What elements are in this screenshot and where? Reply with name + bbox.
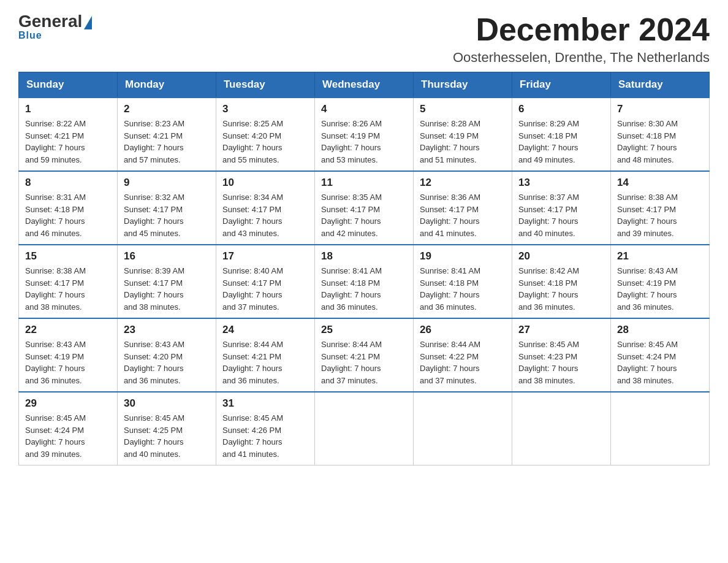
day-number: 2 (124, 103, 210, 115)
day-info: Sunrise: 8:41 AM Sunset: 4:18 PM Dayligh… (420, 265, 506, 313)
weekday-header-wednesday: Wednesday (315, 72, 414, 98)
calendar-cell: 25 Sunrise: 8:44 AM Sunset: 4:21 PM Dayl… (315, 318, 414, 392)
calendar-cell: 29 Sunrise: 8:45 AM Sunset: 4:24 PM Dayl… (19, 392, 118, 465)
day-info: Sunrise: 8:45 AM Sunset: 4:24 PM Dayligh… (25, 412, 111, 460)
day-number: 13 (518, 177, 604, 189)
day-info: Sunrise: 8:43 AM Sunset: 4:19 PM Dayligh… (25, 339, 111, 386)
day-info: Sunrise: 8:29 AM Sunset: 4:18 PM Dayligh… (518, 118, 604, 166)
calendar-cell: 10 Sunrise: 8:34 AM Sunset: 4:17 PM Dayl… (216, 171, 315, 245)
calendar-cell: 8 Sunrise: 8:31 AM Sunset: 4:18 PM Dayli… (19, 171, 118, 245)
weekday-header-thursday: Thursday (414, 72, 512, 98)
calendar-cell: 15 Sunrise: 8:38 AM Sunset: 4:17 PM Dayl… (19, 245, 118, 318)
calendar-cell: 17 Sunrise: 8:40 AM Sunset: 4:17 PM Dayl… (216, 245, 315, 318)
day-info: Sunrise: 8:44 AM Sunset: 4:22 PM Dayligh… (420, 339, 506, 386)
day-number: 20 (518, 250, 604, 262)
day-number: 25 (321, 324, 407, 336)
day-number: 11 (321, 177, 407, 189)
day-info: Sunrise: 8:30 AM Sunset: 4:18 PM Dayligh… (617, 118, 703, 166)
calendar-week-row: 15 Sunrise: 8:38 AM Sunset: 4:17 PM Dayl… (19, 245, 710, 318)
calendar-week-row: 29 Sunrise: 8:45 AM Sunset: 4:24 PM Dayl… (19, 392, 710, 465)
calendar-cell: 6 Sunrise: 8:29 AM Sunset: 4:18 PM Dayli… (512, 98, 611, 171)
logo-blue-text: Blue (18, 30, 42, 41)
calendar-cell: 4 Sunrise: 8:26 AM Sunset: 4:19 PM Dayli… (315, 98, 414, 171)
page: General Blue December 2024 Oosterhessele… (0, 0, 728, 478)
day-info: Sunrise: 8:45 AM Sunset: 4:24 PM Dayligh… (617, 339, 703, 386)
day-number: 6 (518, 103, 604, 115)
day-number: 28 (617, 324, 703, 336)
calendar-cell: 24 Sunrise: 8:44 AM Sunset: 4:21 PM Dayl… (216, 318, 315, 392)
calendar-week-row: 22 Sunrise: 8:43 AM Sunset: 4:19 PM Dayl… (19, 318, 710, 392)
day-number: 29 (25, 397, 111, 410)
day-number: 4 (321, 103, 407, 115)
day-number: 21 (617, 250, 703, 262)
day-info: Sunrise: 8:22 AM Sunset: 4:21 PM Dayligh… (25, 118, 111, 166)
day-info: Sunrise: 8:34 AM Sunset: 4:17 PM Dayligh… (222, 191, 308, 239)
day-info: Sunrise: 8:35 AM Sunset: 4:17 PM Dayligh… (321, 191, 407, 239)
month-year-title: December 2024 (453, 12, 710, 47)
day-number: 19 (420, 250, 506, 262)
day-info: Sunrise: 8:26 AM Sunset: 4:19 PM Dayligh… (321, 118, 407, 166)
day-info: Sunrise: 8:32 AM Sunset: 4:17 PM Dayligh… (124, 191, 210, 239)
day-info: Sunrise: 8:45 AM Sunset: 4:26 PM Dayligh… (222, 412, 308, 460)
weekday-header-tuesday: Tuesday (216, 72, 315, 98)
day-info: Sunrise: 8:43 AM Sunset: 4:19 PM Dayligh… (617, 265, 703, 313)
day-info: Sunrise: 8:40 AM Sunset: 4:17 PM Dayligh… (222, 265, 308, 313)
calendar-cell: 19 Sunrise: 8:41 AM Sunset: 4:18 PM Dayl… (414, 245, 512, 318)
day-number: 12 (420, 177, 506, 189)
calendar-cell: 7 Sunrise: 8:30 AM Sunset: 4:18 PM Dayli… (611, 98, 710, 171)
weekday-header-sunday: Sunday (19, 72, 118, 98)
day-number: 30 (124, 397, 210, 410)
day-info: Sunrise: 8:44 AM Sunset: 4:21 PM Dayligh… (222, 339, 308, 386)
day-info: Sunrise: 8:45 AM Sunset: 4:25 PM Dayligh… (124, 412, 210, 460)
day-number: 17 (222, 250, 308, 262)
day-number: 1 (25, 103, 111, 115)
day-info: Sunrise: 8:28 AM Sunset: 4:19 PM Dayligh… (420, 118, 506, 166)
day-info: Sunrise: 8:39 AM Sunset: 4:17 PM Dayligh… (124, 265, 210, 313)
day-number: 10 (222, 177, 308, 189)
calendar-cell: 14 Sunrise: 8:38 AM Sunset: 4:17 PM Dayl… (611, 171, 710, 245)
calendar-cell: 23 Sunrise: 8:43 AM Sunset: 4:20 PM Dayl… (118, 318, 216, 392)
weekday-header-friday: Friday (512, 72, 611, 98)
calendar-cell: 2 Sunrise: 8:23 AM Sunset: 4:21 PM Dayli… (118, 98, 216, 171)
day-info: Sunrise: 8:44 AM Sunset: 4:21 PM Dayligh… (321, 339, 407, 386)
day-info: Sunrise: 8:36 AM Sunset: 4:17 PM Dayligh… (420, 191, 506, 239)
day-number: 14 (617, 177, 703, 189)
logo: General Blue (18, 12, 92, 41)
calendar-week-row: 8 Sunrise: 8:31 AM Sunset: 4:18 PM Dayli… (19, 171, 710, 245)
location-subtitle: Oosterhesselen, Drenthe, The Netherlands (453, 50, 710, 66)
day-number: 8 (25, 177, 111, 189)
day-number: 23 (124, 324, 210, 336)
day-number: 27 (518, 324, 604, 336)
day-number: 16 (124, 250, 210, 262)
title-block: December 2024 Oosterhesselen, Drenthe, T… (453, 12, 710, 66)
day-info: Sunrise: 8:25 AM Sunset: 4:20 PM Dayligh… (222, 118, 308, 166)
day-number: 18 (321, 250, 407, 262)
weekday-header-monday: Monday (118, 72, 216, 98)
weekday-header-row: SundayMondayTuesdayWednesdayThursdayFrid… (19, 72, 710, 98)
day-info: Sunrise: 8:38 AM Sunset: 4:17 PM Dayligh… (25, 265, 111, 313)
calendar-cell (611, 392, 710, 465)
day-number: 26 (420, 324, 506, 336)
day-info: Sunrise: 8:45 AM Sunset: 4:23 PM Dayligh… (518, 339, 604, 386)
day-number: 5 (420, 103, 506, 115)
day-info: Sunrise: 8:37 AM Sunset: 4:17 PM Dayligh… (518, 191, 604, 239)
day-number: 31 (222, 397, 308, 410)
calendar-week-row: 1 Sunrise: 8:22 AM Sunset: 4:21 PM Dayli… (19, 98, 710, 171)
logo-text: General (18, 12, 92, 31)
calendar-cell: 16 Sunrise: 8:39 AM Sunset: 4:17 PM Dayl… (118, 245, 216, 318)
calendar-cell: 3 Sunrise: 8:25 AM Sunset: 4:20 PM Dayli… (216, 98, 315, 171)
day-number: 7 (617, 103, 703, 115)
day-number: 24 (222, 324, 308, 336)
calendar-cell: 11 Sunrise: 8:35 AM Sunset: 4:17 PM Dayl… (315, 171, 414, 245)
day-info: Sunrise: 8:23 AM Sunset: 4:21 PM Dayligh… (124, 118, 210, 166)
day-info: Sunrise: 8:41 AM Sunset: 4:18 PM Dayligh… (321, 265, 407, 313)
day-number: 22 (25, 324, 111, 336)
calendar-cell (512, 392, 611, 465)
day-number: 3 (222, 103, 308, 115)
calendar-cell: 28 Sunrise: 8:45 AM Sunset: 4:24 PM Dayl… (611, 318, 710, 392)
day-info: Sunrise: 8:42 AM Sunset: 4:18 PM Dayligh… (518, 265, 604, 313)
calendar-cell: 20 Sunrise: 8:42 AM Sunset: 4:18 PM Dayl… (512, 245, 611, 318)
calendar-cell: 27 Sunrise: 8:45 AM Sunset: 4:23 PM Dayl… (512, 318, 611, 392)
calendar-cell: 18 Sunrise: 8:41 AM Sunset: 4:18 PM Dayl… (315, 245, 414, 318)
header: General Blue December 2024 Oosterhessele… (18, 12, 710, 66)
